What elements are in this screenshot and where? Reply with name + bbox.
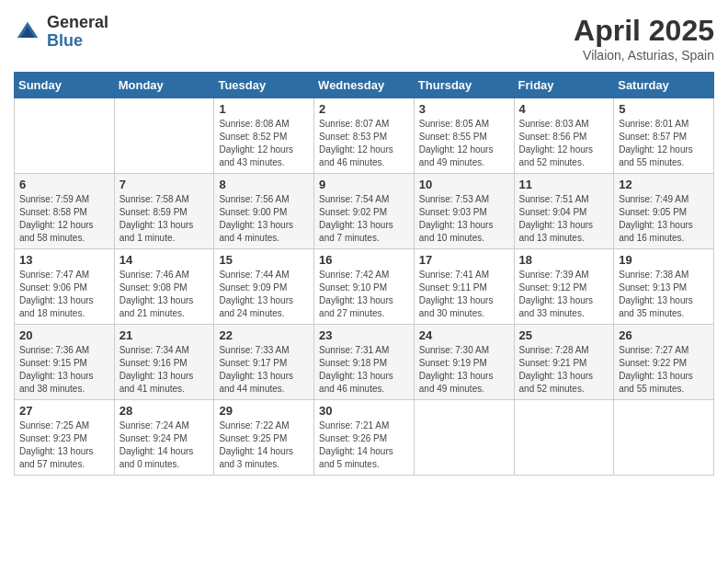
- day-detail: Sunrise: 7:38 AMSunset: 9:13 PMDaylight:…: [619, 269, 709, 320]
- calendar-cell: 10Sunrise: 7:53 AMSunset: 9:03 PMDayligh…: [414, 174, 514, 249]
- calendar-cell: 18Sunrise: 7:39 AMSunset: 9:12 PMDayligh…: [514, 249, 614, 325]
- header-saturday: Saturday: [614, 73, 714, 98]
- day-detail: Sunrise: 8:07 AMSunset: 8:53 PMDaylight:…: [319, 118, 409, 169]
- calendar-cell: 16Sunrise: 7:42 AMSunset: 9:10 PMDayligh…: [314, 249, 415, 325]
- day-detail: Sunrise: 7:54 AMSunset: 9:02 PMDaylight:…: [319, 193, 409, 245]
- header-wednesday: Wednesday: [314, 73, 415, 98]
- day-detail: Sunrise: 7:41 AMSunset: 9:11 PMDaylight:…: [419, 269, 509, 320]
- day-number: 6: [19, 178, 109, 191]
- calendar-cell: 29Sunrise: 7:22 AMSunset: 9:25 PMDayligh…: [214, 400, 314, 476]
- day-detail: Sunrise: 7:27 AMSunset: 9:22 PMDaylight:…: [619, 344, 709, 396]
- day-detail: Sunrise: 8:03 AMSunset: 8:56 PMDaylight:…: [519, 118, 609, 169]
- calendar-cell: 8Sunrise: 7:56 AMSunset: 9:00 PMDaylight…: [214, 174, 314, 249]
- day-number: 21: [119, 328, 210, 342]
- calendar-cell: 19Sunrise: 7:38 AMSunset: 9:13 PMDayligh…: [614, 249, 714, 325]
- calendar-cell: 4Sunrise: 8:03 AMSunset: 8:56 PMDaylight…: [514, 98, 614, 174]
- day-number: 9: [319, 178, 409, 191]
- calendar-cell: [614, 400, 714, 476]
- day-detail: Sunrise: 7:51 AMSunset: 9:04 PMDaylight:…: [519, 193, 609, 245]
- day-detail: Sunrise: 7:21 AMSunset: 9:26 PMDaylight:…: [319, 419, 409, 471]
- calendar-cell: 26Sunrise: 7:27 AMSunset: 9:22 PMDayligh…: [614, 325, 714, 400]
- calendar-cell: 12Sunrise: 7:49 AMSunset: 9:05 PMDayligh…: [614, 174, 714, 249]
- calendar-cell: 24Sunrise: 7:30 AMSunset: 9:19 PMDayligh…: [414, 325, 514, 400]
- calendar-cell: 15Sunrise: 7:44 AMSunset: 9:09 PMDayligh…: [214, 249, 314, 325]
- day-detail: Sunrise: 7:25 AMSunset: 9:23 PMDaylight:…: [19, 419, 109, 471]
- day-detail: Sunrise: 8:05 AMSunset: 8:55 PMDaylight:…: [419, 118, 509, 169]
- day-number: 5: [619, 102, 709, 116]
- calendar-cell: 27Sunrise: 7:25 AMSunset: 9:23 PMDayligh…: [15, 400, 115, 476]
- day-number: 14: [119, 253, 210, 267]
- day-number: 23: [319, 328, 409, 342]
- day-number: 29: [219, 404, 309, 418]
- day-detail: Sunrise: 7:22 AMSunset: 9:25 PMDaylight:…: [219, 419, 309, 471]
- day-detail: Sunrise: 7:24 AMSunset: 9:24 PMDaylight:…: [119, 419, 210, 471]
- day-detail: Sunrise: 7:36 AMSunset: 9:15 PMDaylight:…: [19, 344, 109, 396]
- calendar-cell: 6Sunrise: 7:59 AMSunset: 8:58 PMDaylight…: [15, 174, 115, 249]
- calendar-cell: [414, 400, 514, 476]
- logo-blue: Blue: [47, 32, 108, 51]
- day-number: 11: [519, 178, 609, 191]
- day-detail: Sunrise: 8:08 AMSunset: 8:52 PMDaylight:…: [219, 118, 309, 169]
- calendar-cell: 11Sunrise: 7:51 AMSunset: 9:04 PMDayligh…: [514, 174, 614, 249]
- calendar-week-row: 27Sunrise: 7:25 AMSunset: 9:23 PMDayligh…: [15, 400, 714, 476]
- day-number: 13: [19, 253, 109, 267]
- day-number: 1: [219, 102, 309, 116]
- day-number: 25: [519, 328, 609, 342]
- day-number: 26: [619, 328, 709, 342]
- title-area: April 2025 Vilaion, Asturias, Spain: [574, 14, 714, 63]
- day-number: 4: [519, 102, 609, 116]
- day-number: 28: [119, 404, 210, 418]
- logo: General Blue: [14, 14, 108, 51]
- calendar-cell: [114, 98, 214, 174]
- header: General Blue April 2025 Vilaion, Asturia…: [14, 14, 714, 63]
- calendar-week-row: 1Sunrise: 8:08 AMSunset: 8:52 PMDaylight…: [15, 98, 714, 174]
- calendar-cell: 3Sunrise: 8:05 AMSunset: 8:55 PMDaylight…: [414, 98, 514, 174]
- day-number: 16: [319, 253, 409, 267]
- day-number: 2: [319, 102, 409, 116]
- calendar-cell: [15, 98, 115, 174]
- day-number: 10: [419, 178, 509, 191]
- day-detail: Sunrise: 7:33 AMSunset: 9:17 PMDaylight:…: [219, 344, 309, 396]
- header-thursday: Thursday: [414, 73, 514, 98]
- calendar-cell: 9Sunrise: 7:54 AMSunset: 9:02 PMDaylight…: [314, 174, 415, 249]
- day-detail: Sunrise: 7:30 AMSunset: 9:19 PMDaylight:…: [419, 344, 509, 396]
- calendar-cell: 1Sunrise: 8:08 AMSunset: 8:52 PMDaylight…: [214, 98, 314, 174]
- calendar-cell: 25Sunrise: 7:28 AMSunset: 9:21 PMDayligh…: [514, 325, 614, 400]
- calendar-week-row: 13Sunrise: 7:47 AMSunset: 9:06 PMDayligh…: [15, 249, 714, 325]
- calendar-cell: 2Sunrise: 8:07 AMSunset: 8:53 PMDaylight…: [314, 98, 415, 174]
- day-detail: Sunrise: 8:01 AMSunset: 8:57 PMDaylight:…: [619, 118, 709, 169]
- day-detail: Sunrise: 7:39 AMSunset: 9:12 PMDaylight:…: [519, 269, 609, 320]
- day-detail: Sunrise: 7:46 AMSunset: 9:08 PMDaylight:…: [119, 269, 210, 320]
- calendar-title: April 2025: [574, 14, 714, 48]
- day-number: 27: [19, 404, 109, 418]
- day-number: 18: [519, 253, 609, 267]
- calendar-cell: 20Sunrise: 7:36 AMSunset: 9:15 PMDayligh…: [15, 325, 115, 400]
- day-detail: Sunrise: 7:59 AMSunset: 8:58 PMDaylight:…: [19, 193, 109, 245]
- header-sunday: Sunday: [15, 73, 115, 98]
- calendar-cell: 23Sunrise: 7:31 AMSunset: 9:18 PMDayligh…: [314, 325, 415, 400]
- calendar-cell: [514, 400, 614, 476]
- day-number: 19: [619, 253, 709, 267]
- calendar-cell: 30Sunrise: 7:21 AMSunset: 9:26 PMDayligh…: [314, 400, 415, 476]
- header-monday: Monday: [114, 73, 214, 98]
- calendar-cell: 7Sunrise: 7:58 AMSunset: 8:59 PMDaylight…: [114, 174, 214, 249]
- day-number: 8: [219, 178, 309, 191]
- calendar-cell: 22Sunrise: 7:33 AMSunset: 9:17 PMDayligh…: [214, 325, 314, 400]
- calendar-cell: 5Sunrise: 8:01 AMSunset: 8:57 PMDaylight…: [614, 98, 714, 174]
- day-number: 30: [319, 404, 409, 418]
- calendar-cell: 13Sunrise: 7:47 AMSunset: 9:06 PMDayligh…: [15, 249, 115, 325]
- day-detail: Sunrise: 7:28 AMSunset: 9:21 PMDaylight:…: [519, 344, 609, 396]
- header-tuesday: Tuesday: [214, 73, 314, 98]
- day-detail: Sunrise: 7:42 AMSunset: 9:10 PMDaylight:…: [319, 269, 409, 320]
- calendar-week-row: 6Sunrise: 7:59 AMSunset: 8:58 PMDaylight…: [15, 174, 714, 249]
- day-detail: Sunrise: 7:53 AMSunset: 9:03 PMDaylight:…: [419, 193, 509, 245]
- calendar-table: Sunday Monday Tuesday Wednesday Thursday…: [14, 72, 714, 476]
- calendar-cell: 14Sunrise: 7:46 AMSunset: 9:08 PMDayligh…: [114, 249, 214, 325]
- day-number: 12: [619, 178, 709, 191]
- logo-general: General: [47, 14, 108, 32]
- day-number: 15: [219, 253, 309, 267]
- calendar-cell: 17Sunrise: 7:41 AMSunset: 9:11 PMDayligh…: [414, 249, 514, 325]
- day-number: 17: [419, 253, 509, 267]
- calendar-header-row: Sunday Monday Tuesday Wednesday Thursday…: [15, 73, 714, 98]
- calendar-subtitle: Vilaion, Asturias, Spain: [574, 48, 714, 63]
